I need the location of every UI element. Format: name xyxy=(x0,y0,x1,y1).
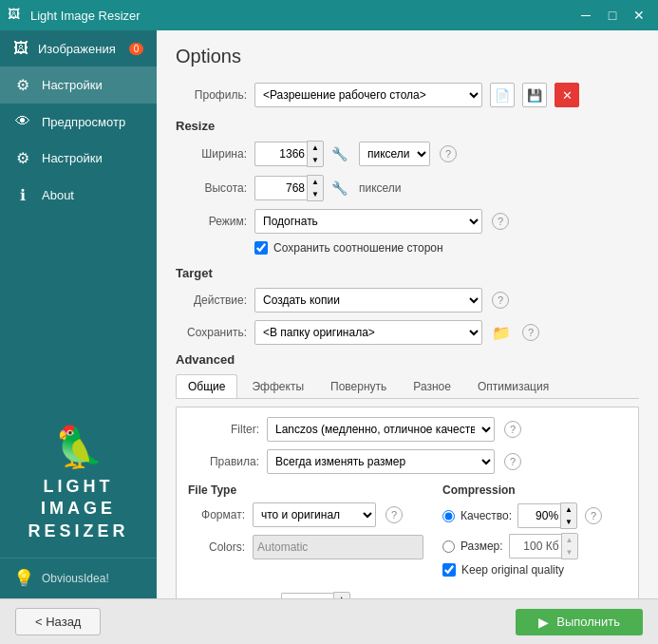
keep-ratio-checkbox[interactable] xyxy=(254,241,268,255)
advanced-section-header: Advanced xyxy=(176,352,639,367)
height-row: Высота: ▲ ▼ 🔧 пиксели xyxy=(176,175,639,201)
content-area: Options Профиль: <Разрешение рабочего ст… xyxy=(157,30,658,598)
width-input[interactable] xyxy=(254,142,307,166)
maximize-button[interactable]: □ xyxy=(601,4,624,27)
mode-label: Режим: xyxy=(176,215,247,228)
quality-help-button[interactable]: ? xyxy=(585,507,602,524)
action-help-button[interactable]: ? xyxy=(492,292,509,309)
sidebar-item-settings-label: Настройки xyxy=(42,78,103,92)
compression-title: Compression xyxy=(442,483,627,497)
quality-spin-buttons: ▲ ▼ xyxy=(560,502,577,529)
keep-quality-checkbox[interactable] xyxy=(442,563,456,577)
rules-help-button[interactable]: ? xyxy=(504,453,521,470)
tab-general[interactable]: Общие xyxy=(176,374,237,398)
rules-select[interactable]: Всегда изменять размер xyxy=(267,449,495,474)
page-title: Options xyxy=(176,46,639,67)
sidebar: 🖼 Изображения 0 ⚙ Настройки 👁 Предпросмо… xyxy=(0,30,157,598)
images-badge: 0 xyxy=(129,43,144,55)
profile-row: Профиль: <Разрешение рабочего стола> 📄 💾… xyxy=(176,83,639,107)
close-button[interactable]: ✕ xyxy=(628,4,650,27)
run-icon: ▶ xyxy=(538,615,549,630)
width-help-button[interactable]: ? xyxy=(440,145,457,162)
sidebar-item-images[interactable]: 🖼 Изображения 0 xyxy=(0,30,157,66)
colors-label: Colors: xyxy=(188,540,245,554)
width-up-button[interactable]: ▲ xyxy=(308,142,323,154)
settings-icon: ⚙ xyxy=(13,76,32,94)
minimize-button[interactable]: ─ xyxy=(574,4,597,27)
sidebar-item-settings[interactable]: ⚙ Настройки xyxy=(0,66,157,104)
action-label: Действие: xyxy=(176,294,247,307)
quality-input[interactable] xyxy=(517,503,560,528)
quality-label[interactable]: Качество: xyxy=(461,509,512,522)
profile-delete-button[interactable]: ✕ xyxy=(555,83,579,107)
save-help-button[interactable]: ? xyxy=(522,324,539,341)
width-down-button[interactable]: ▼ xyxy=(308,154,323,166)
options-icon: ⚙ xyxy=(13,149,32,167)
format-help-button[interactable]: ? xyxy=(385,506,403,523)
tab-misc[interactable]: Разное xyxy=(401,374,463,398)
size-radio[interactable] xyxy=(442,540,455,553)
rules-label: Правила: xyxy=(188,455,259,468)
format-row: Формат: что и оригинал ? xyxy=(188,502,423,527)
footer-label: ObviousIdea! xyxy=(42,572,109,585)
colors-input xyxy=(253,535,423,559)
quality-down-button[interactable]: ▼ xyxy=(561,516,576,528)
file-type-col: File Type Формат: что и оригинал ? Color… xyxy=(188,483,423,584)
height-up-button[interactable]: ▲ xyxy=(308,176,323,188)
size-radio-row: Размер: ▲ ▼ xyxy=(442,533,627,559)
quality-spinbox: ▲ ▼ xyxy=(517,502,577,529)
sidebar-item-options[interactable]: ⚙ Настройки xyxy=(0,140,157,177)
profile-save-button[interactable]: 💾 xyxy=(522,83,547,107)
height-spinbox: ▲ ▼ xyxy=(254,175,324,201)
width-wrench-icon[interactable]: 🔧 xyxy=(331,146,348,161)
tab-optimize[interactable]: Оптимизация xyxy=(465,374,561,398)
resize-section-header: Resize xyxy=(176,119,639,133)
colors-row: Colors: xyxy=(188,535,423,559)
file-compression-section: File Type Формат: что и оригинал ? Color… xyxy=(188,483,627,584)
size-spinbox: ▲ ▼ xyxy=(509,533,578,559)
keep-quality-label[interactable]: Keep original quality xyxy=(461,563,564,577)
preview-icon: 👁 xyxy=(13,113,32,130)
titlebar: 🖼 Light Image Resizer ─ □ ✕ xyxy=(0,0,658,30)
main-layout: 🖼 Изображения 0 ⚙ Настройки 👁 Предпросмо… xyxy=(0,30,658,598)
format-select[interactable]: что и оригинал xyxy=(253,502,376,527)
action-select[interactable]: Создать копии xyxy=(254,288,482,313)
width-unit-select[interactable]: пиксели xyxy=(359,142,430,166)
height-spin-buttons: ▲ ▼ xyxy=(307,175,324,201)
mode-select[interactable]: Подогнать xyxy=(254,209,482,234)
profile-label: Профиль: xyxy=(176,88,247,102)
height-input[interactable] xyxy=(254,176,307,200)
height-wrench-icon[interactable]: 🔧 xyxy=(331,180,348,196)
sidebar-item-preview[interactable]: 👁 Предпросмотр xyxy=(0,104,157,140)
resolution-spinbox: ▲ ▼ xyxy=(281,592,350,598)
images-icon: 🖼 xyxy=(13,40,28,57)
advanced-tabs: Общие Эффекты Повернуть Разное Оптимизац… xyxy=(176,374,639,399)
tab-rotate[interactable]: Повернуть xyxy=(318,374,399,398)
profile-select[interactable]: <Разрешение рабочего стола> xyxy=(254,83,482,107)
sidebar-item-about[interactable]: ℹ About xyxy=(0,177,157,214)
quality-up-button[interactable]: ▲ xyxy=(561,503,576,516)
mode-row: Режим: Подогнать ? xyxy=(176,209,639,234)
run-button[interactable]: ▶ Выполнить xyxy=(516,609,643,635)
tab-effects[interactable]: Эффекты xyxy=(239,374,316,398)
keep-ratio-row: Сохранить соотношение сторон xyxy=(254,241,639,255)
size-down-button: ▼ xyxy=(562,546,577,559)
mode-help-button[interactable]: ? xyxy=(492,213,509,230)
width-spinbox: ▲ ▼ xyxy=(254,141,324,167)
run-btn-label: Выполнить xyxy=(556,615,620,629)
format-label: Формат: xyxy=(188,508,245,521)
filter-help-button[interactable]: ? xyxy=(504,421,521,438)
filter-select[interactable]: Lanczos (медленно, отличное качество) xyxy=(267,417,495,442)
height-label: Высота: xyxy=(176,181,247,195)
app-icon: 🖼 xyxy=(8,7,25,24)
folder-button[interactable]: 📁 xyxy=(490,321,513,344)
height-down-button[interactable]: ▼ xyxy=(308,188,323,200)
window-controls: ─ □ ✕ xyxy=(574,4,650,27)
back-button[interactable]: < Назад xyxy=(15,608,101,635)
size-radio-label[interactable]: Размер: xyxy=(461,540,503,553)
quality-radio[interactable] xyxy=(442,510,455,522)
keep-ratio-label[interactable]: Сохранить соотношение сторон xyxy=(273,241,443,255)
save-select[interactable]: <В папку оригинала> xyxy=(254,320,482,345)
profile-new-button[interactable]: 📄 xyxy=(490,83,515,107)
logo-icon: 🦜 xyxy=(54,424,103,470)
